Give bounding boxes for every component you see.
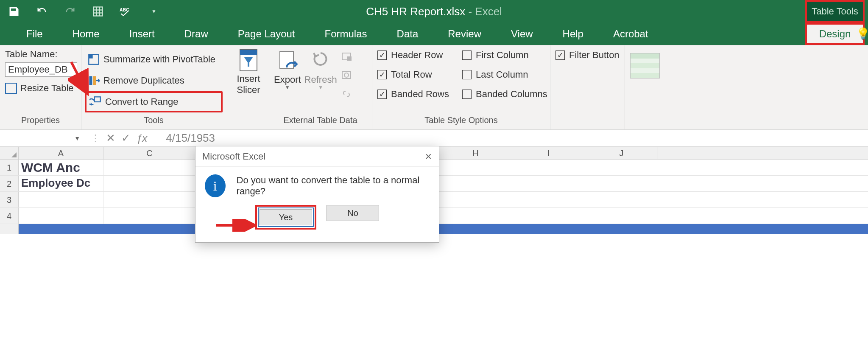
- table-name-input[interactable]: [5, 62, 77, 77]
- tab-home[interactable]: Home: [61, 23, 111, 45]
- tab-draw[interactable]: Draw: [173, 23, 219, 45]
- open-in-browser-icon[interactable]: [341, 70, 352, 80]
- close-icon[interactable]: ✕: [425, 151, 432, 162]
- col-header-C[interactable]: C: [103, 147, 196, 159]
- svg-rect-12: [240, 50, 257, 55]
- export-button[interactable]: Export ▼: [274, 49, 301, 90]
- row-header[interactable]: [0, 224, 19, 234]
- check-last-column[interactable]: Last Column: [462, 69, 555, 80]
- col-header-J[interactable]: J: [585, 147, 658, 159]
- row-header[interactable]: 2: [0, 176, 19, 191]
- convert-to-range-button[interactable]: Convert to Range: [85, 91, 223, 112]
- col-header-I[interactable]: I: [512, 147, 585, 159]
- tab-view[interactable]: View: [500, 23, 544, 45]
- tab-file[interactable]: File: [15, 23, 54, 45]
- slicer-icon: [238, 48, 259, 73]
- select-all-corner[interactable]: [0, 147, 19, 159]
- cell-A1[interactable]: WCM Anc: [19, 160, 103, 175]
- svg-rect-8: [89, 76, 92, 85]
- svg-rect-9: [93, 76, 96, 85]
- svg-rect-10: [95, 97, 100, 102]
- spellcheck-icon[interactable]: ABC: [120, 5, 132, 18]
- enter-formula-icon[interactable]: ✓: [121, 132, 131, 145]
- no-button[interactable]: No: [327, 205, 379, 221]
- tab-help[interactable]: Help: [552, 23, 594, 45]
- checkbox-icon: [462, 70, 472, 79]
- qat-customize-caret-icon[interactable]: ▼: [148, 5, 160, 18]
- confirm-dialog: Microsoft Excel ✕ i Do you want to conve…: [195, 146, 439, 243]
- group-label-tools: Tools: [85, 115, 223, 128]
- tab-page-layout[interactable]: Page Layout: [227, 23, 306, 45]
- quick-access-toolbar: ABC ▼: [0, 5, 160, 18]
- summarize-pivot-button[interactable]: Summarize with PivotTable: [85, 49, 223, 70]
- info-icon: i: [205, 174, 226, 197]
- window-title: CH5 HR Report.xlsx - Excel: [366, 5, 502, 18]
- col-header-A[interactable]: A: [19, 147, 103, 159]
- yes-button[interactable]: Yes: [260, 209, 312, 225]
- group-label-options: Table Style Options: [377, 115, 545, 128]
- svg-rect-7: [89, 54, 92, 58]
- group-filter-button: ✓Filter Button: [550, 45, 625, 129]
- table-style-thumb[interactable]: [630, 53, 660, 78]
- resize-table-button[interactable]: Resize Table: [5, 83, 76, 94]
- ribbon: Table Name: Resize Table Properties Summ…: [0, 45, 868, 130]
- check-header-row[interactable]: ✓Header Row: [377, 50, 462, 61]
- checkbox-icon: [462, 50, 472, 60]
- dialog-message: Do you want to convert the table to a no…: [237, 175, 430, 197]
- chevron-down-icon: ▼: [318, 84, 323, 90]
- tab-formulas[interactable]: Formulas: [314, 23, 378, 45]
- tab-review[interactable]: Review: [437, 23, 492, 45]
- check-total-row[interactable]: ✓Total Row: [377, 69, 462, 80]
- document-name: CH5 HR Report.xlsx: [366, 5, 465, 18]
- svg-rect-16: [347, 56, 352, 61]
- save-icon[interactable]: [8, 5, 20, 18]
- pivot-table-icon: [87, 53, 100, 65]
- check-first-column[interactable]: First Column: [462, 50, 555, 61]
- group-table-styles: [625, 45, 868, 129]
- contextual-tab-table-tools: Table Tools: [805, 0, 865, 23]
- group-label-properties: Properties: [5, 115, 76, 128]
- annotation-highlight-yes: Yes: [255, 205, 316, 230]
- svg-point-18: [344, 73, 349, 77]
- quick-table-icon[interactable]: [92, 5, 104, 18]
- refresh-icon: [310, 49, 331, 73]
- cell-C1[interactable]: [103, 160, 196, 175]
- group-label-external: External Table Data: [274, 115, 367, 128]
- unlink-icon[interactable]: [341, 89, 352, 99]
- checkbox-icon: ✓: [555, 50, 565, 60]
- fx-icon[interactable]: ƒx: [137, 132, 147, 144]
- cell-C2[interactable]: [103, 176, 196, 191]
- app-name: Excel: [475, 5, 502, 18]
- undo-icon[interactable]: [36, 5, 48, 18]
- tell-me-bulb-icon[interactable]: 💡: [856, 27, 868, 40]
- check-banded-cols[interactable]: Banded Columns: [462, 89, 555, 100]
- refresh-button[interactable]: Refresh ▼: [304, 49, 337, 90]
- tab-insert[interactable]: Insert: [118, 23, 166, 45]
- name-box[interactable]: ▼: [17, 135, 85, 142]
- checkbox-icon: ✓: [377, 50, 387, 60]
- cancel-formula-icon[interactable]: ✕: [106, 132, 115, 145]
- resize-table-icon: [5, 83, 17, 94]
- checkbox-icon: ✓: [377, 90, 387, 99]
- checkbox-icon: [462, 90, 472, 99]
- cell-A2[interactable]: Employee Dc: [19, 176, 103, 191]
- ribbon-tabs: File Home Insert Draw Page Layout Formul…: [0, 23, 868, 45]
- tab-data[interactable]: Data: [386, 23, 430, 45]
- tab-design[interactable]: Design: [805, 23, 865, 45]
- tab-acrobat[interactable]: Acrobat: [602, 23, 659, 45]
- table-properties-icon[interactable]: [341, 51, 352, 62]
- check-filter-button[interactable]: ✓Filter Button: [555, 50, 620, 61]
- table-name-label: Table Name:: [5, 49, 76, 60]
- formula-value[interactable]: 4/15/1953: [153, 132, 215, 145]
- check-banded-rows[interactable]: ✓Banded Rows: [377, 89, 462, 100]
- row-header[interactable]: 3: [0, 192, 19, 207]
- chevron-down-icon: ▼: [285, 84, 290, 90]
- redo-icon[interactable]: [64, 5, 76, 18]
- formula-bar: ▼ ⋮ ✕ ✓ ƒx 4/15/1953: [0, 130, 868, 147]
- row-header[interactable]: 4: [0, 208, 19, 224]
- remove-duplicates-button[interactable]: Remove Duplicates: [85, 70, 223, 91]
- svg-rect-0: [94, 7, 103, 16]
- row-header[interactable]: 1: [0, 160, 19, 175]
- insert-slicer-button[interactable]: Insert Slicer: [237, 48, 260, 95]
- col-header-H[interactable]: H: [439, 147, 512, 159]
